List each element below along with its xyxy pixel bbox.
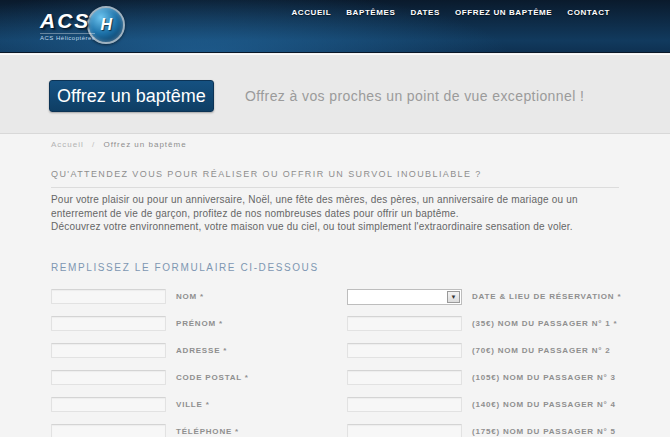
- form-row: VILLE *: [51, 397, 249, 412]
- passager-2-input[interactable]: [347, 343, 462, 358]
- breadcrumb-current: Offrez un baptême: [104, 140, 187, 149]
- passager-3-input[interactable]: [347, 370, 462, 385]
- form-row: TÉLÉPHONE *: [51, 424, 249, 437]
- nom-label: NOM *: [176, 292, 204, 301]
- logo[interactable]: ACS ACS Hélicoptères H: [40, 6, 125, 44]
- offrez-un-bapteme-button[interactable]: Offrez un baptême: [49, 80, 214, 112]
- form-row: (140€) NOM DU PASSAGER N° 4: [347, 397, 621, 412]
- breadcrumb-separator: /: [92, 140, 95, 149]
- nav-item-contact[interactable]: CONTACT: [567, 8, 610, 17]
- form-column-right: ▼ DATE & LIEU DE RÉSERVATION * (35€) NOM…: [347, 289, 621, 437]
- adresse-input[interactable]: [51, 343, 166, 358]
- passager-3-label: (105€) NOM DU PASSAGER N° 3: [472, 373, 616, 382]
- main-nav: ACCUEIL BAPTÊMES DATES OFFREZ UN BAPTÊME…: [291, 8, 610, 17]
- intro-heading: QU'ATTENDEZ VOUS POUR RÉALISER OU OFFRIR…: [51, 169, 619, 188]
- nav-item-baptemes[interactable]: BAPTÊMES: [346, 8, 395, 17]
- passager-5-input[interactable]: [347, 424, 462, 437]
- passager-5-label: (175€) NOM DU PASSAGER N° 5: [472, 427, 616, 436]
- form-row: (105€) NOM DU PASSAGER N° 3: [347, 370, 621, 385]
- passager-4-label: (140€) NOM DU PASSAGER N° 4: [472, 400, 616, 409]
- nav-item-dates[interactable]: DATES: [410, 8, 440, 17]
- breadcrumb: Accueil / Offrez un baptême: [51, 140, 187, 149]
- form-row: (175€) NOM DU PASSAGER N° 5: [347, 424, 621, 437]
- passager-1-label: (35€) NOM DU PASSAGER N° 1 *: [472, 319, 617, 328]
- logo-text: ACS ACS Hélicoptères: [40, 10, 95, 41]
- date-lieu-label: DATE & LIEU DE RÉSERVATION *: [472, 292, 621, 301]
- logo-subtitle: ACS Hélicoptères: [40, 33, 95, 41]
- form-column-left: NOM * PRÉNOM * ADRESSE * CODE POSTAL * V…: [51, 289, 249, 437]
- nav-item-accueil[interactable]: ACCUEIL: [291, 8, 331, 17]
- nom-input[interactable]: [51, 289, 166, 304]
- breadcrumb-home-link[interactable]: Accueil: [51, 140, 84, 149]
- passager-2-label: (70€) NOM DU PASSAGER N° 2: [472, 346, 611, 355]
- ville-label: VILLE *: [176, 400, 210, 409]
- form-title: REMPLISSEZ LE FORMULAIRE CI-DESSOUS: [51, 262, 319, 273]
- intro-paragraph-line1: Pour votre plaisir ou pour un anniversai…: [51, 194, 578, 219]
- ville-input[interactable]: [51, 397, 166, 412]
- date-lieu-select[interactable]: ▼: [347, 289, 462, 305]
- chevron-down-icon: ▼: [447, 291, 460, 303]
- form-row: (70€) NOM DU PASSAGER N° 2: [347, 343, 621, 358]
- adresse-label: ADRESSE *: [176, 346, 227, 355]
- prenom-label: PRÉNOM *: [176, 319, 223, 328]
- logo-acronym: ACS: [40, 10, 95, 32]
- passager-1-input[interactable]: [347, 316, 462, 331]
- hero-tagline: Offrez à vos proches un point de vue exc…: [245, 88, 584, 104]
- intro-paragraph-line2: Découvrez votre environnement, votre mai…: [51, 221, 573, 232]
- hero-band: Offrez un baptême Offrez à vos proches u…: [0, 54, 670, 134]
- prenom-input[interactable]: [51, 316, 166, 331]
- form-row: ADRESSE *: [51, 343, 249, 358]
- telephone-label: TÉLÉPHONE *: [176, 427, 239, 436]
- intro-paragraph: Pour votre plaisir ou pour un anniversai…: [51, 193, 623, 234]
- code-postal-label: CODE POSTAL *: [176, 373, 249, 382]
- form-row: CODE POSTAL *: [51, 370, 249, 385]
- page: ACS ACS Hélicoptères H ACCUEIL BAPTÊMES …: [0, 0, 670, 437]
- code-postal-input[interactable]: [51, 370, 166, 385]
- nav-item-offrez-un-bapteme[interactable]: OFFREZ UN BAPTÊME: [455, 8, 552, 17]
- form-row: (35€) NOM DU PASSAGER N° 1 *: [347, 316, 621, 331]
- passager-4-input[interactable]: [347, 397, 462, 412]
- form-row: ▼ DATE & LIEU DE RÉSERVATION *: [347, 289, 621, 304]
- telephone-input[interactable]: [51, 424, 166, 437]
- top-navbar: ACS ACS Hélicoptères H ACCUEIL BAPTÊMES …: [0, 0, 670, 53]
- form-row: NOM *: [51, 289, 249, 304]
- form-row: PRÉNOM *: [51, 316, 249, 331]
